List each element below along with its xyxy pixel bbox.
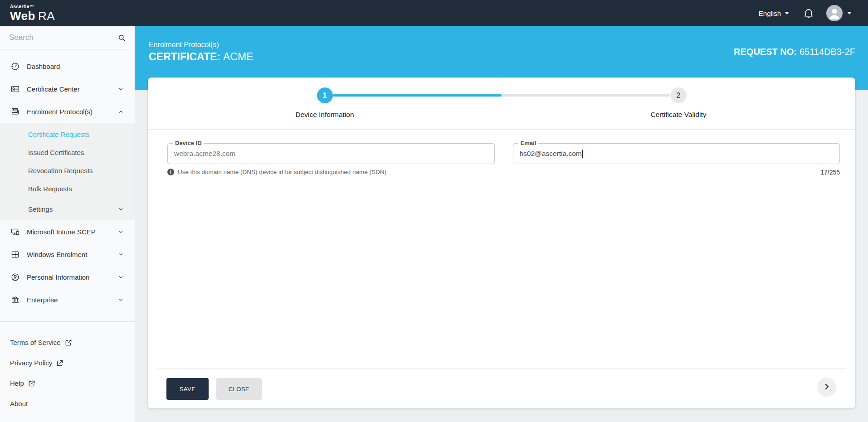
sidebar-item-issued-certificates[interactable]: Issued Certificates xyxy=(0,143,135,161)
step-1-label: Device Information xyxy=(295,111,354,119)
about-link[interactable]: About xyxy=(10,399,135,408)
stepper-steps: 1 Device Information 2 Certificate Valid… xyxy=(148,87,855,119)
intune-icon xyxy=(10,227,20,237)
sidebar-nav: Dashboard Certificate Center xyxy=(0,49,135,311)
submenu-item-label: Revocation Requests xyxy=(28,167,93,175)
request-number-label: REQUEST NO: xyxy=(734,47,797,57)
chevron-down-icon xyxy=(785,12,789,15)
brand-ascertia: Ascertia™ xyxy=(10,5,55,9)
app-logo[interactable]: Ascertia™ WebRA xyxy=(10,5,55,22)
sidebar-item-label: Dashboard xyxy=(27,63,60,70)
device-form: Device ID webra.acme28.com i Use this do… xyxy=(148,130,855,176)
footer-link-label: About xyxy=(10,399,28,408)
email-char-counter: 17/255 xyxy=(513,169,840,176)
page-title: CERTIFICATE:ACME xyxy=(149,51,253,63)
email-field[interactable]: Email hs02@ascertia.com xyxy=(513,143,840,164)
language-selector[interactable]: English xyxy=(759,10,789,17)
bell-icon xyxy=(803,7,814,19)
privacy-policy-link[interactable]: Privacy Policy xyxy=(10,359,135,368)
sidebar-item-bulk-requests[interactable]: Bulk Requests xyxy=(0,179,135,198)
sidebar-search xyxy=(0,26,135,49)
device-id-column: Device ID webra.acme28.com i Use this do… xyxy=(167,143,495,176)
enrolment-submenu: Certificate Requests Issued Certificates… xyxy=(0,123,135,220)
sidebar-item-certificate-requests[interactable]: Certificate Requests xyxy=(0,125,135,143)
external-link-icon xyxy=(56,359,63,367)
device-id-field[interactable]: Device ID webra.acme28.com xyxy=(167,143,495,164)
chevron-down-icon xyxy=(118,86,124,92)
next-step-button[interactable] xyxy=(818,378,836,396)
page-header-titles: Enrolment Protocol(s) CERTIFICATE:ACME xyxy=(149,41,253,63)
submenu-item-label: Settings xyxy=(28,205,53,213)
chevron-down-icon xyxy=(118,297,124,303)
sidebar-item-certificate-center[interactable]: Certificate Center xyxy=(0,78,135,100)
brand-webra: WebRA xyxy=(10,10,55,22)
save-button[interactable]: SAVE xyxy=(166,378,209,400)
sidebar-item-enterprise[interactable]: Enterprise xyxy=(0,288,135,311)
step-device-information: 1 Device Information xyxy=(148,87,502,119)
page-title-value: ACME xyxy=(223,51,253,63)
step-1-circle[interactable]: 1 xyxy=(317,87,333,103)
sidebar-item-settings[interactable]: Settings xyxy=(0,198,135,220)
action-buttons: SAVE CLOSE xyxy=(166,378,262,400)
chevron-up-icon xyxy=(118,109,124,115)
info-icon: i xyxy=(167,169,174,175)
bank-icon xyxy=(10,295,20,305)
sidebar-item-label: Enterprise xyxy=(27,296,58,304)
enrolment-icon xyxy=(10,107,20,116)
user-menu[interactable] xyxy=(826,5,852,21)
device-id-helper-text: Use this domain name (DNS) device id for… xyxy=(178,169,386,175)
chevron-down-icon xyxy=(118,252,124,257)
step-2-label: Certificate Validity xyxy=(651,111,707,119)
step-2-circle[interactable]: 2 xyxy=(671,87,687,103)
sidebar-item-label: Enrolment Protocol(s) xyxy=(27,108,93,116)
main-content: Enrolment Protocol(s) CERTIFICATE:ACME R… xyxy=(135,26,868,422)
submenu-item-label: Issued Certificates xyxy=(28,149,84,156)
sidebar-item-label: Microsoft Intune SCEP xyxy=(27,228,96,236)
footer-link-label: Privacy Policy xyxy=(10,359,52,368)
device-id-value: webra.acme28.com xyxy=(168,144,494,164)
help-link[interactable]: Help xyxy=(10,379,135,388)
close-button[interactable]: CLOSE xyxy=(216,378,262,400)
chevron-down-icon xyxy=(118,229,124,235)
terms-of-service-link[interactable]: Terms of Service xyxy=(10,338,135,347)
chevron-down-icon xyxy=(847,12,852,15)
sidebar-item-personal-information[interactable]: Personal Information xyxy=(0,266,135,288)
sidebar-item-enrolment-protocols[interactable]: Enrolment Protocol(s) xyxy=(0,100,135,123)
gauge-icon xyxy=(10,62,20,71)
person-silhouette-icon xyxy=(826,5,843,21)
sidebar-item-windows-enrolment[interactable]: Windows Enrolment xyxy=(0,243,135,266)
external-link-icon xyxy=(28,380,35,387)
device-id-helper: i Use this domain name (DNS) device id f… xyxy=(167,169,495,175)
language-label: English xyxy=(759,10,781,17)
email-label: Email xyxy=(518,140,539,146)
request-number-value: 65114DB3-2F xyxy=(800,47,855,57)
search-icon[interactable] xyxy=(117,34,126,42)
stepper-divider xyxy=(148,129,855,130)
text-cursor xyxy=(582,150,583,158)
topbar-actions: English xyxy=(759,5,852,21)
sidebar-item-label: Certificate Center xyxy=(27,85,80,93)
submenu-item-label: Certificate Requests xyxy=(28,131,89,138)
sidebar-footer: Terms of Service Privacy Policy xyxy=(0,321,135,422)
wizard-stepper: 1 Device Information 2 Certificate Valid… xyxy=(148,78,855,130)
search-input[interactable] xyxy=(9,33,117,42)
avatar xyxy=(826,5,843,21)
request-number: REQUEST NO:65114DB3-2F xyxy=(734,47,855,57)
breadcrumb: Enrolment Protocol(s) xyxy=(149,41,253,49)
sidebar-item-microsoft-intune-scep[interactable]: Microsoft Intune SCEP xyxy=(0,220,135,243)
email-column: Email hs02@ascertia.com 17/255 xyxy=(513,143,840,176)
page-title-label: CERTIFICATE: xyxy=(149,51,220,63)
submenu-item-label: Bulk Requests xyxy=(28,185,72,193)
sidebar: Dashboard Certificate Center xyxy=(0,26,135,422)
windows-icon xyxy=(10,250,20,259)
sidebar-item-dashboard[interactable]: Dashboard xyxy=(0,55,135,78)
person-icon xyxy=(10,272,20,282)
actions-divider xyxy=(157,368,846,369)
footer-link-label: Help xyxy=(10,379,24,388)
sidebar-item-label: Windows Enrolment xyxy=(27,251,87,258)
sidebar-item-revocation-requests[interactable]: Revocation Requests xyxy=(0,161,135,179)
chevron-down-icon xyxy=(118,274,124,280)
chevron-down-icon xyxy=(118,206,124,212)
certificate-icon xyxy=(10,84,20,94)
notifications-button[interactable] xyxy=(803,7,814,19)
